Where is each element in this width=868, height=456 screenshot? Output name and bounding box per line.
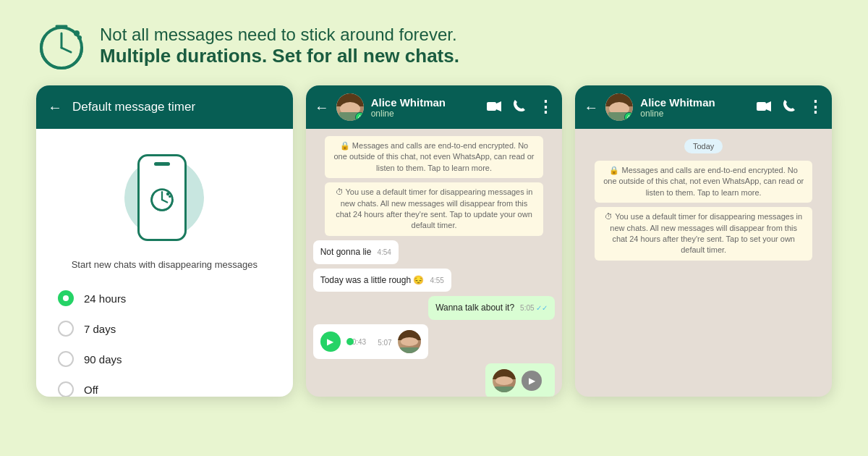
chat2-contact-status: online	[640, 109, 749, 119]
chat2-header: ← ⏱ Alice Whitman online	[575, 85, 832, 129]
chat1-header: ← ⏱ Alice Whitman online	[306, 85, 563, 129]
msg-rough-day: Today was a little rough 😔 4:55	[313, 269, 451, 292]
chat1-back-button[interactable]: ←	[315, 99, 329, 116]
svg-rect-13	[487, 102, 496, 111]
radio-90d-label: 90 days	[84, 353, 122, 366]
voice-msg-received: ▶ 0:43 5:07	[313, 324, 428, 359]
video-call-icon[interactable]	[487, 100, 501, 115]
svg-marker-14	[496, 101, 501, 111]
phone-call-icon[interactable]	[513, 99, 526, 116]
voice-time: 5:07	[378, 339, 391, 347]
timer-notice-2: ⏱ You use a default timer for disappeari…	[595, 207, 812, 261]
svg-point-11	[166, 193, 170, 196]
radio-7d-label: 7 days	[84, 323, 116, 335]
more-options-icon-2[interactable]: ⋮	[807, 98, 823, 117]
chat2-contact-name: Alice Whitman	[640, 96, 749, 109]
panel-settings: ← Default message timer	[36, 85, 293, 397]
phone-notch	[154, 162, 170, 166]
page-header: Not all messages need to stick around fo…	[0, 0, 868, 85]
msg-time: 4:54	[377, 248, 391, 258]
radio-option-90d[interactable]: 90 days	[51, 344, 278, 374]
radio-option-7d[interactable]: 7 days	[51, 313, 278, 344]
video-call-icon-2[interactable]	[757, 100, 771, 115]
more-options-icon[interactable]: ⋮	[537, 98, 553, 117]
svg-point-12	[169, 195, 171, 198]
play-button-2[interactable]: ▶	[522, 371, 542, 391]
timer-notice-1: ⏱ You use a default timer for disappeari…	[325, 182, 542, 236]
phone-body	[137, 154, 187, 241]
phone-illustration	[124, 151, 204, 245]
msg-time: 4:55	[430, 276, 443, 286]
chat1-contact-status: online	[371, 109, 480, 119]
radio-7d-indicator	[58, 321, 74, 337]
chat2-contact-info: Alice Whitman online	[640, 96, 749, 119]
chat2-body: Today 🔒 Messages and calls are end-to-en…	[575, 129, 832, 397]
play-button[interactable]: ▶	[320, 332, 341, 352]
svg-line-10	[162, 200, 167, 203]
svg-line-3	[61, 48, 71, 52]
chat1-contact-name: Alice Whitman	[371, 96, 480, 109]
radio-off-label: Off	[84, 384, 98, 396]
svg-point-5	[74, 30, 80, 36]
msg-text: Wanna talk about it?	[435, 303, 514, 313]
msg-wanna-talk: Wanna talk about it? 5:05 ✓✓	[428, 296, 555, 320]
settings-label: Start new chats with disappearing messag…	[72, 259, 258, 270]
encryption-notice-1: 🔒 Messages and calls are end-to-end encr…	[325, 136, 542, 178]
settings-title: Default message timer	[72, 100, 195, 114]
svg-rect-15	[757, 102, 766, 111]
header-line2: Multiple durations. Set for all new chat…	[100, 45, 459, 67]
avatar2-timer-badge: ⏱	[624, 112, 633, 121]
panel-chat-1: ← ⏱ Alice Whitman online	[306, 85, 563, 397]
phone-call-icon-2[interactable]	[783, 99, 796, 116]
back-button[interactable]: ←	[48, 99, 62, 116]
panels-container: ← Default message timer	[0, 85, 868, 397]
radio-off-indicator	[58, 381, 74, 397]
chat2-avatar: ⏱	[605, 93, 633, 121]
timer-icon	[36, 20, 87, 71]
radio-24h-indicator	[58, 290, 74, 306]
chat1-actions: ⋮	[487, 98, 553, 117]
voice-avatar	[398, 330, 421, 353]
settings-body: Start new chats with disappearing messag…	[36, 129, 293, 397]
svg-marker-16	[766, 101, 771, 111]
chat2-actions: ⋮	[757, 98, 823, 117]
today-badge: Today	[684, 139, 723, 153]
header-line1: Not all messages need to stick around fo…	[100, 25, 459, 45]
chat1-contact-info: Alice Whitman online	[371, 96, 480, 119]
svg-point-6	[77, 35, 82, 40]
settings-panel-header: ← Default message timer	[36, 85, 293, 129]
chat1-avatar: ⏱	[336, 93, 364, 121]
msg-text: Not gonna lie	[320, 247, 372, 257]
voice-duration: 0:43	[352, 338, 366, 346]
encryption-notice-2: 🔒 Messages and calls are end-to-end encr…	[595, 161, 812, 203]
radio-90d-indicator	[58, 351, 74, 367]
chat2-back-button[interactable]: ←	[584, 99, 598, 116]
panel-chat-2: ← ⏱ Alice Whitman online	[575, 85, 832, 397]
radio-24h-label: 24 hours	[84, 292, 126, 305]
avatar-timer-badge: ⏱	[355, 112, 364, 121]
msg-not-gonna-lie: Not gonna lie 4:54	[313, 240, 399, 264]
msg-time: 5:05 ✓✓	[520, 303, 548, 313]
header-text-block: Not all messages need to stick around fo…	[100, 25, 459, 67]
radio-option-24h[interactable]: 24 hours	[51, 283, 278, 313]
voice-msg-sent-partial: ▶	[485, 363, 555, 397]
msg-text: Today was a little rough 😔	[320, 275, 425, 285]
radio-option-off[interactable]: Off	[51, 374, 278, 397]
chat1-body: 🔒 Messages and calls are end-to-end encr…	[306, 129, 563, 397]
